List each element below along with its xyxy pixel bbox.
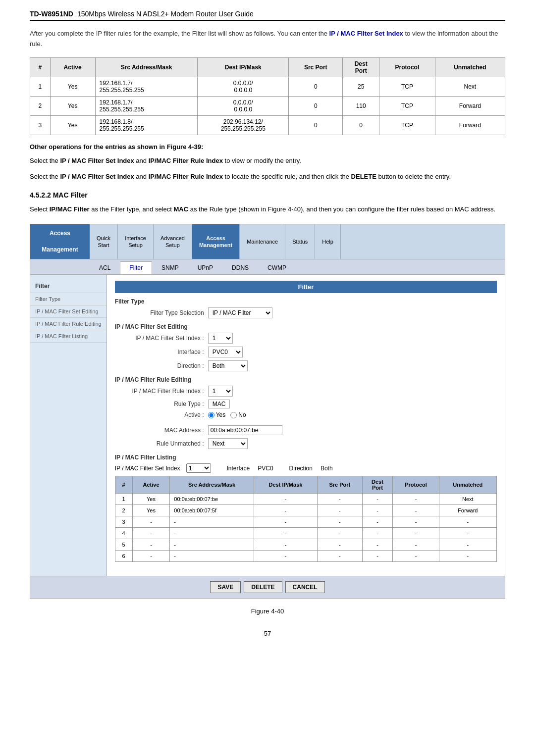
other-ops-line1: Select the IP / MAC Filter Set Index and… <box>30 155 505 166</box>
listing-section: IP / MAC Filter Listing <box>115 454 497 461</box>
listing-row: 2 Yes 00:0a:eb:00:07:5f - - - - Forward <box>115 505 496 516</box>
col-src-addr: Src Address/Mask <box>95 57 198 77</box>
direction-row: Direction : Both <box>115 360 497 371</box>
figure-caption: Figure 4-40 <box>30 607 505 615</box>
set-editing-section: IP / MAC Filter Set Editing <box>115 323 497 330</box>
active-yes-label: Yes <box>216 411 226 418</box>
sub-nav: ACL Filter SNMP UPnP DDNS CWMP <box>30 259 505 275</box>
cancel-button[interactable]: CANCEL <box>285 581 325 593</box>
table-row: 1 Yes 192.168.1.7/255.255.255.255 0.0.0.… <box>30 77 505 96</box>
filter-type-selection-label: Filter Type Selection <box>115 309 204 316</box>
sidebar-filter: Filter <box>30 280 107 293</box>
active-label: Active : <box>115 411 204 418</box>
listing-row: 5 - - - - - - - <box>115 539 496 551</box>
top-nav: Access Management QuickStart InterfaceSe… <box>30 224 505 259</box>
col-dest-ip: Dest IP/Mask <box>198 57 289 77</box>
router-ui-panel: Access Management QuickStart InterfaceSe… <box>30 224 505 599</box>
listing-interface-label: Interface <box>227 465 250 472</box>
nav-quick-start[interactable]: QuickStart <box>90 224 118 259</box>
button-row: SAVE DELETE CANCEL <box>30 576 505 598</box>
panel-sidebar: Filter Filter Type IP / MAC Filter Set E… <box>30 275 107 576</box>
col-hash: # <box>30 57 51 77</box>
intro-text-before: After you complete the IP filter rules f… <box>30 30 329 37</box>
active-no-label: No <box>238 411 246 418</box>
listing-row: 3 - - - - - - - <box>115 516 496 528</box>
tab-filter[interactable]: Filter <box>120 261 152 274</box>
direction-select[interactable]: Both <box>208 360 248 371</box>
table-header-row: # Active Src Address/Mask Dest IP/Mask S… <box>30 57 505 77</box>
listing-row: 6 - - - - - - - <box>115 551 496 562</box>
col-dest-port: DestPort <box>343 57 379 77</box>
mac-intro-text: Select IP/MAC Filter as the Filter type,… <box>30 204 505 215</box>
filter-type-select[interactable]: IP / MAC Filter <box>208 307 272 318</box>
table-row: 3 Yes 192.168.1.8/255.255.255.255 202.96… <box>30 115 505 135</box>
rule-type-value: MAC <box>208 400 230 408</box>
listing-header: IP / MAC Filter Set Index 1 Interface PV… <box>115 463 497 473</box>
direction-label: Direction : <box>115 362 204 369</box>
delete-button[interactable]: DELETE <box>244 581 282 593</box>
nav-advanced-setup[interactable]: AdvancedSetup <box>154 224 192 259</box>
rule-index-select[interactable]: 1 <box>208 386 233 397</box>
listing-set-index-select[interactable]: 1 <box>186 463 211 473</box>
active-yes-radio[interactable] <box>208 412 214 418</box>
intro-highlight: IP / MAC Filter Set Index <box>329 30 403 37</box>
tab-upnp[interactable]: UPnP <box>188 261 222 274</box>
rule-unmatched-label: Rule Unmatched : <box>115 440 204 447</box>
active-row: Active : Yes No <box>115 411 497 418</box>
set-index-label: IP / MAC Filter Set Index : <box>115 335 204 342</box>
rule-index-label: IP / MAC Filter Rule Index : <box>115 388 204 395</box>
rule-type-row: Rule Type : MAC <box>115 400 497 408</box>
nav-items: QuickStart InterfaceSetup AdvancedSetup … <box>90 224 505 259</box>
interface-row: Interface : PVC0 <box>115 347 497 357</box>
filter-type-row: Filter Type Selection IP / MAC Filter <box>115 307 497 318</box>
listing-direction-label: Direction <box>289 465 313 472</box>
listing-row: 4 - - - - - - - <box>115 528 496 539</box>
nav-help[interactable]: Help <box>315 224 341 259</box>
listing-interface-value: PVC0 <box>258 465 273 472</box>
nav-access-management[interactable]: AccessManagement <box>192 224 240 259</box>
nav-maintenance[interactable]: Maintenance <box>240 224 285 259</box>
col-active: Active <box>50 57 95 77</box>
listing-row: 1 Yes 00:0a:eb:00:07:be - - - - Next <box>115 494 496 505</box>
listing-direction-value: Both <box>321 465 333 472</box>
listing-table: # Active Src Address/Mask Dest IP/Mask S… <box>115 476 497 562</box>
mac-address-label: MAC Address : <box>115 427 204 434</box>
panel-content: Filter Filter Type IP / MAC Filter Set E… <box>30 275 505 576</box>
subheading-mac-filter: 4.5.2.2 MAC Filter <box>30 191 505 199</box>
tab-ddns[interactable]: DDNS <box>222 261 258 274</box>
rule-index-row: IP / MAC Filter Rule Index : 1 <box>115 386 497 397</box>
sidebar-ip-mac-filter-listing: IP / MAC Filter Listing <box>30 330 107 343</box>
panel-main: Filter Filter Type Filter Type Selection… <box>107 275 505 576</box>
sidebar-label-line1: Access <box>50 229 70 238</box>
active-no-radio[interactable] <box>230 412 237 418</box>
rule-unmatched-row: Rule Unmatched : Next Forward <box>115 438 497 449</box>
sidebar-filter-type: Filter Type <box>30 293 107 305</box>
col-src-port: Src Port <box>289 57 343 77</box>
mac-address-input[interactable] <box>208 425 282 435</box>
table-row: 2 Yes 192.168.1.7/255.255.255.255 0.0.0.… <box>30 96 505 115</box>
save-button[interactable]: SAVE <box>210 581 241 593</box>
main-filter-table: # Active Src Address/Mask Dest IP/Mask S… <box>30 57 505 135</box>
rule-unmatched-select[interactable]: Next Forward <box>208 438 248 449</box>
listing-table-header: # Active Src Address/Mask Dest IP/Mask S… <box>115 476 496 494</box>
filter-title: Filter <box>115 281 497 293</box>
col-unmatched: Unmatched <box>435 57 505 77</box>
nav-status[interactable]: Status <box>285 224 315 259</box>
set-index-select[interactable]: 1 <box>208 333 233 344</box>
other-ops-line2: Select the IP / MAC Filter Set Index and… <box>30 171 505 182</box>
page-title: 150Mbps Wireless N ADSL2+ Modem Router U… <box>77 10 254 18</box>
sidebar-label: Access Management <box>30 224 90 259</box>
tab-cwmp[interactable]: CWMP <box>258 261 296 274</box>
tab-acl[interactable]: ACL <box>90 261 120 274</box>
nav-interface-setup[interactable]: InterfaceSetup <box>118 224 154 259</box>
page-header: TD-W8951ND 150Mbps Wireless N ADSL2+ Mod… <box>30 10 505 21</box>
tab-snmp[interactable]: SNMP <box>152 261 188 274</box>
intro-paragraph: After you complete the IP filter rules f… <box>30 29 505 50</box>
mac-address-row: MAC Address : <box>115 425 497 435</box>
set-index-row: IP / MAC Filter Set Index : 1 <box>115 333 497 344</box>
page-number: 57 <box>30 630 505 637</box>
rule-type-label: Rule Type : <box>115 401 204 407</box>
sidebar-ip-mac-set-editing: IP / MAC Filter Set Editing <box>30 305 107 318</box>
sidebar-ip-mac-rule-editing: IP / MAC Filter Rule Editing <box>30 318 107 330</box>
interface-select[interactable]: PVC0 <box>208 347 243 357</box>
